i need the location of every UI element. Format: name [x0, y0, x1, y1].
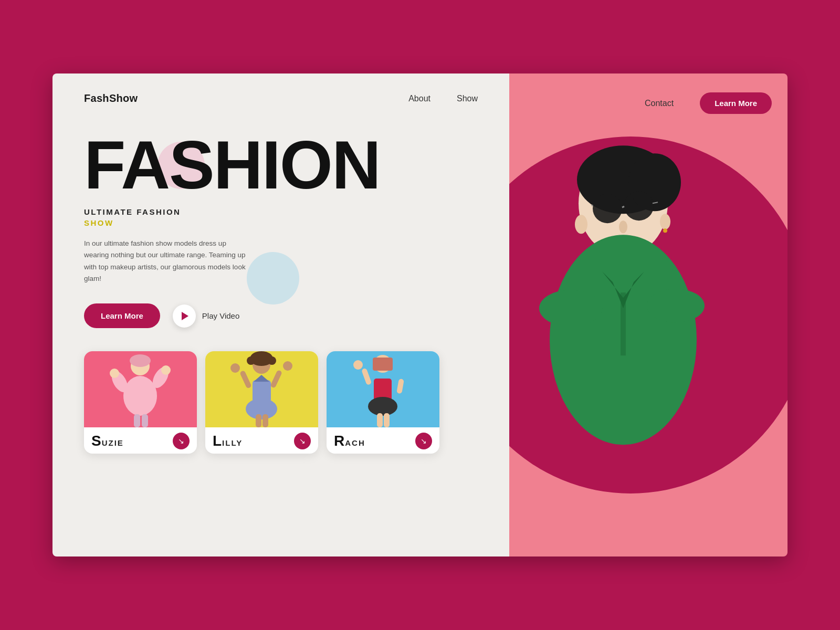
- svg-point-21: [246, 398, 277, 419]
- svg-point-36: [593, 194, 622, 223]
- model-card-rach[interactable]: R ACH ↘: [327, 351, 439, 454]
- hero-subtitle: ULTIMATE FASHION: [84, 207, 478, 216]
- svg-rect-8: [142, 414, 148, 427]
- svg-point-6: [161, 365, 171, 375]
- svg-rect-32: [384, 413, 390, 427]
- name-row-suzie: S UZIE: [91, 434, 124, 448]
- svg-line-38: [622, 206, 624, 207]
- svg-point-51: [660, 214, 670, 229]
- svg-rect-18: [270, 370, 282, 388]
- navbar: FashShow About Show: [84, 74, 478, 115]
- svg-point-5: [110, 369, 119, 378]
- hero-section: FASHION ULTIMATE FASHION SHOW In our ult…: [84, 131, 478, 303]
- model-card-suzie[interactable]: S UZIE ↘: [84, 351, 197, 454]
- arrow-icon-suzie: ↘: [178, 437, 184, 445]
- name-big-rach: R: [334, 434, 344, 448]
- right-panel: Contact Learn More: [509, 74, 788, 556]
- svg-point-52: [663, 228, 667, 233]
- svg-rect-17: [239, 370, 252, 389]
- svg-point-30: [368, 397, 397, 416]
- svg-rect-23: [262, 414, 268, 427]
- card-image-lilly: [205, 351, 318, 427]
- arrow-btn-suzie[interactable]: ↘: [173, 433, 190, 449]
- right-navbar: Contact Learn More: [525, 92, 772, 114]
- svg-point-41: [619, 220, 627, 233]
- name-row-lilly: L ILLY: [213, 434, 243, 448]
- arrow-icon-lilly: ↘: [299, 437, 306, 445]
- arrow-btn-lilly[interactable]: ↘: [294, 433, 311, 449]
- name-rest-rach: ACH: [345, 438, 365, 447]
- card-image-suzie: [84, 351, 197, 427]
- svg-rect-7: [134, 414, 140, 427]
- svg-point-37: [624, 191, 654, 220]
- nav-links: About Show: [408, 94, 478, 103]
- svg-point-49: [647, 289, 705, 322]
- name-big-lilly: L: [213, 434, 222, 448]
- learn-more-button[interactable]: Learn More: [84, 303, 160, 328]
- nav-learn-more-button[interactable]: Learn More: [700, 92, 772, 114]
- arrow-icon-rach: ↘: [421, 437, 427, 445]
- play-video-label: Play Video: [202, 311, 239, 320]
- name-rest-suzie: UZIE: [102, 438, 124, 447]
- play-video-button[interactable]: Play Video: [173, 304, 239, 328]
- name-rest-lilly: ILLY: [222, 438, 243, 447]
- card-name-area-lilly: L ILLY ↘: [205, 427, 318, 454]
- svg-marker-16: [254, 375, 269, 382]
- cta-buttons: Learn More Play Video: [84, 303, 478, 328]
- svg-point-13: [251, 354, 259, 361]
- svg-line-39: [592, 205, 593, 206]
- model-card-lilly[interactable]: L ILLY ↘: [205, 351, 318, 454]
- hero-description: In our ultimate fashion show models dres…: [84, 238, 252, 285]
- svg-rect-28: [396, 379, 404, 394]
- svg-point-20: [283, 361, 292, 371]
- play-triangle-icon: [182, 312, 188, 320]
- svg-rect-27: [361, 368, 372, 385]
- svg-rect-31: [377, 413, 383, 427]
- arrow-btn-rach[interactable]: ↘: [415, 433, 432, 449]
- svg-rect-22: [256, 414, 261, 427]
- nav-contact[interactable]: Contact: [645, 99, 674, 108]
- name-big-suzie: S: [91, 434, 101, 448]
- svg-point-2: [123, 376, 157, 416]
- svg-point-1: [130, 354, 151, 367]
- svg-point-48: [539, 290, 602, 327]
- svg-point-14: [264, 354, 271, 361]
- nav-show[interactable]: Show: [457, 94, 478, 103]
- svg-rect-47: [621, 292, 626, 355]
- play-circle-icon: [173, 304, 196, 328]
- svg-point-19: [230, 363, 240, 373]
- svg-rect-25: [373, 358, 393, 371]
- card-name-area-rach: R ACH ↘: [327, 427, 439, 454]
- model-cards: S UZIE ↘: [84, 351, 478, 454]
- svg-point-29: [353, 360, 363, 370]
- main-container: FashShow About Show FASHION ULTIMATE FAS…: [52, 74, 788, 556]
- nav-about[interactable]: About: [408, 94, 430, 103]
- hero-show-word: SHOW: [84, 218, 478, 227]
- card-image-rach: [327, 351, 439, 427]
- brand-logo: FashShow: [84, 92, 138, 104]
- card-name-area-suzie: S UZIE ↘: [84, 427, 197, 454]
- hero-big-title: FASHION: [84, 131, 478, 199]
- svg-point-50: [575, 215, 587, 234]
- left-panel: FashShow About Show FASHION ULTIMATE FAS…: [52, 74, 509, 556]
- name-row-rach: R ACH: [334, 434, 365, 448]
